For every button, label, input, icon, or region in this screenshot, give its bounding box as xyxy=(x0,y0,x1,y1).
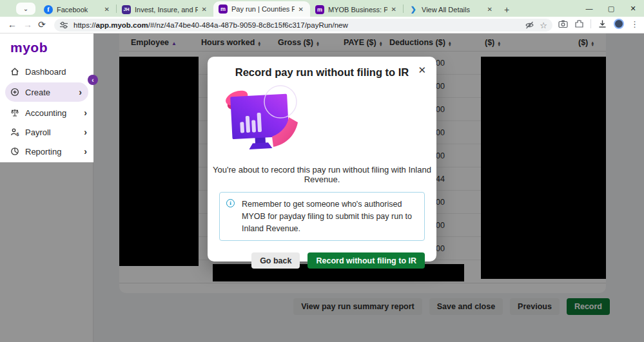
chevron-down-icon: ⌄ xyxy=(23,5,28,12)
tab-view-all-details[interactable]: ❯ View All Details ✕ xyxy=(404,2,499,17)
close-tab-icon[interactable]: ✕ xyxy=(200,6,208,13)
sidebar-collapse-button[interactable]: ‹ xyxy=(88,75,98,85)
redaction-box-left xyxy=(119,57,199,266)
sidebar-item-label: Create xyxy=(25,88,79,97)
chevron-right-icon: › xyxy=(84,146,87,157)
svg-text:$: $ xyxy=(17,132,19,137)
chevron-right-icon: › xyxy=(84,127,87,137)
camera-icon[interactable] xyxy=(558,19,568,28)
close-tab-icon[interactable]: ✕ xyxy=(486,6,494,13)
go-back-button[interactable]: Go back xyxy=(251,252,300,269)
close-window-button[interactable]: ✕ xyxy=(622,0,644,17)
info-callout: i Remember to get someone who's authoris… xyxy=(219,192,425,241)
sidebar-item-payroll[interactable]: $ Payroll › xyxy=(0,122,93,142)
tab-label: Invest, Insure, and Retire with J xyxy=(135,6,198,14)
tab-search-button[interactable]: ⌄ xyxy=(16,3,35,15)
sidebar-item-create[interactable]: Create › xyxy=(5,82,88,102)
sidebar-item-reporting[interactable]: Reporting › xyxy=(0,142,93,161)
tab-label: View All Details xyxy=(422,6,483,14)
info-icon: i xyxy=(226,199,235,207)
chevron-right-icon: › xyxy=(84,108,87,118)
forward-button[interactable]: → xyxy=(23,19,32,30)
close-icon[interactable]: ✕ xyxy=(418,64,426,76)
profile-avatar[interactable] xyxy=(614,19,624,29)
sidebar-item-dashboard[interactable]: Dashboard xyxy=(0,62,93,81)
sidebar: myob Dashboard Create › Accounting › $ P… xyxy=(0,33,93,162)
info-text: Remember to get someone who's authorised… xyxy=(242,200,412,233)
jh-site-icon: JH xyxy=(122,5,131,14)
sidebar-item-label: Dashboard xyxy=(25,67,87,77)
browser-window: ⌄ f Facebook ✕ JH Invest, Insure, and Re… xyxy=(0,0,644,342)
url-text: https://app.myob.com/#/nz/4a74be40-484a-… xyxy=(73,21,525,29)
sidebar-nav: Dashboard Create › Accounting › $ Payrol… xyxy=(0,62,93,161)
tab-label: MYOB Business: Payroll | MYOB xyxy=(328,6,387,14)
record-pay-run-modal: Record pay run without filing to IR ✕ xyxy=(208,57,436,261)
modal-title: Record pay run without filing to IR xyxy=(208,66,436,79)
tab-pay-run-active[interactable]: m Pay run | Counties Fitness & He ✕ xyxy=(213,1,310,17)
browser-menu-icon[interactable]: ⋮ xyxy=(630,19,639,29)
window-controls: — ▢ ✕ xyxy=(578,0,644,17)
modal-body-text: You're about to record this pay run with… xyxy=(208,165,436,184)
close-tab-icon[interactable]: ✕ xyxy=(390,6,398,13)
myob-icon: m xyxy=(315,5,324,14)
close-tab-icon[interactable]: ✕ xyxy=(103,6,111,13)
pie-chart-icon xyxy=(10,147,19,156)
sidebar-item-label: Accounting xyxy=(25,108,84,118)
maximize-button[interactable]: ▢ xyxy=(600,0,622,17)
myob-icon: m xyxy=(219,5,228,14)
back-button[interactable]: ← xyxy=(8,19,17,30)
bookmark-star-icon[interactable]: ☆ xyxy=(540,21,547,30)
tab-myob-business[interactable]: m MYOB Business: Payroll | MYOB ✕ xyxy=(310,2,403,17)
facebook-icon: f xyxy=(44,5,53,14)
site-settings-icon[interactable] xyxy=(59,21,68,30)
tab-label: Pay run | Counties Fitness & He xyxy=(231,5,295,13)
myob-logo: myob xyxy=(10,40,93,55)
modal-buttons: Go back Record without filing to IR xyxy=(219,252,425,269)
chevron-right-icon: › xyxy=(79,87,82,97)
payroll-illustration xyxy=(208,85,304,155)
eye-off-icon[interactable] xyxy=(525,21,534,30)
toolbar-separator xyxy=(590,19,591,28)
tab-strip: ⌄ f Facebook ✕ JH Invest, Insure, and Re… xyxy=(0,0,644,17)
sidebar-item-label: Payroll xyxy=(25,128,84,137)
arrow-site-icon: ❯ xyxy=(409,5,418,14)
record-without-filing-button[interactable]: Record without filing to IR xyxy=(307,252,425,269)
sidebar-item-accounting[interactable]: Accounting › xyxy=(0,103,93,122)
new-tab-button[interactable]: + xyxy=(504,5,509,15)
sidebar-item-label: Reporting xyxy=(25,147,84,157)
tab-facebook[interactable]: f Facebook ✕ xyxy=(39,2,116,17)
redaction-box-right xyxy=(481,57,606,279)
toolbar-icons: ⋮ xyxy=(558,19,639,29)
browser-toolbar: ← → ⟳ https://app.myob.com/#/nz/4a74be40… xyxy=(0,17,644,33)
scales-icon xyxy=(10,108,19,117)
reload-button[interactable]: ⟳ xyxy=(38,19,46,30)
minimize-button[interactable]: — xyxy=(578,0,600,17)
plus-circle-icon xyxy=(10,88,19,97)
download-icon[interactable] xyxy=(598,19,607,28)
address-bar[interactable]: https://app.myob.com/#/nz/4a74be40-484a-… xyxy=(54,19,552,32)
extensions-icon[interactable] xyxy=(574,19,584,28)
payroll-person-icon: $ xyxy=(10,128,19,137)
close-tab-icon[interactable]: ✕ xyxy=(297,6,305,13)
tabs: f Facebook ✕ JH Invest, Insure, and Reti… xyxy=(39,0,509,17)
tab-label: Facebook xyxy=(57,6,101,14)
tab-invest[interactable]: JH Invest, Insure, and Retire with J ✕ xyxy=(117,2,213,17)
home-icon xyxy=(10,67,19,76)
